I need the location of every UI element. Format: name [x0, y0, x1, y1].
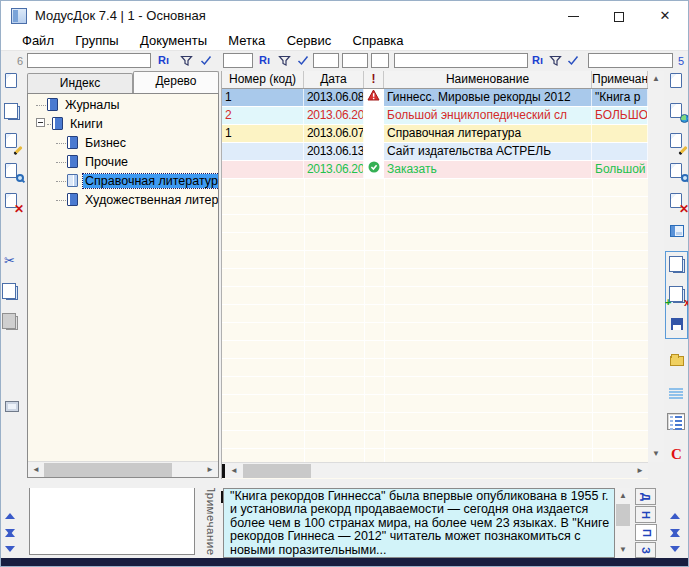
table-row[interactable]: 2013.06.20 Заказать Большой — [222, 161, 648, 179]
col-note[interactable]: Примечание — [592, 71, 648, 88]
maximize-button[interactable] — [596, 1, 642, 31]
edit-group-button[interactable] — [3, 133, 22, 151]
move-top-button[interactable] — [5, 499, 18, 511]
scroll-thumb[interactable] — [616, 504, 630, 526]
copy-document-button[interactable] — [668, 256, 687, 274]
col-number[interactable]: Номер (код) — [222, 71, 304, 88]
paste-folder-button[interactable] — [668, 353, 687, 371]
table-row[interactable]: 2 2013.06.20 Большой энциклопедический с… — [222, 107, 648, 125]
menu-help[interactable]: Справка — [344, 31, 413, 50]
scroll-thumb[interactable] — [44, 463, 172, 477]
document-note-panel: "Книга рекордов Гиннесса" была впервые о… — [221, 488, 663, 558]
col-flag[interactable]: ! — [364, 71, 384, 88]
tree-item-prochie[interactable]: Прочие — [28, 153, 218, 172]
col-name[interactable]: Наименование — [384, 71, 592, 88]
apply-filter-check-icon-2[interactable] — [297, 55, 309, 69]
text-lines-icon[interactable] — [667, 387, 686, 405]
new-document-button[interactable] — [668, 73, 687, 91]
new-group-button[interactable] — [3, 73, 22, 91]
tree-item-biznes[interactable]: Бизнес — [28, 134, 218, 153]
tree-horizontal-scrollbar[interactable]: ◄ ► — [28, 461, 218, 477]
scroll-right-arrow[interactable]: ► — [632, 463, 648, 479]
tab-tree[interactable]: Дерево — [133, 71, 219, 93]
tree-item-hudozhestvennaya[interactable]: Художественная литература — [28, 191, 218, 210]
letter-c-button[interactable]: C — [671, 446, 689, 464]
book-icon — [67, 155, 78, 168]
add-remove-document-button[interactable]: +x — [668, 286, 687, 304]
menu-service[interactable]: Сервис — [278, 31, 341, 50]
export-icon[interactable] — [3, 399, 22, 417]
menu-groups[interactable]: Группы — [66, 31, 127, 50]
note-tab-z[interactable]: З — [635, 542, 656, 558]
scroll-down-arrow[interactable]: ▼ — [648, 446, 664, 462]
document-note-text[interactable]: "Книга рекордов Гиннесса" была впервые о… — [223, 488, 615, 558]
table-vertical-scrollbar[interactable]: ▲ ▼ — [648, 71, 664, 462]
note-vertical-scrollbar[interactable]: ▲ ▼ — [615, 488, 631, 558]
app-icon — [11, 8, 27, 24]
sort-icon-2[interactable]: Rı — [259, 54, 270, 66]
doc-filter-name-input[interactable] — [394, 53, 528, 68]
doc-filter-num-input[interactable] — [313, 53, 339, 68]
cut-icon[interactable]: ✂ — [4, 253, 23, 271]
move-top-button[interactable] — [670, 499, 683, 511]
col-date[interactable]: Дата — [304, 71, 364, 88]
copy-icon[interactable] — [1, 283, 20, 301]
menu-documents[interactable]: Документы — [131, 31, 216, 50]
tree-expander[interactable] — [36, 118, 45, 127]
minimize-button[interactable] — [550, 1, 596, 31]
list-view-button[interactable] — [667, 413, 686, 431]
filter-funnel-icon-3[interactable] — [549, 55, 562, 70]
window-view-button[interactable] — [668, 223, 687, 241]
delete-group-button[interactable]: ✕ — [3, 193, 22, 211]
sort-icon[interactable]: Rı — [158, 54, 169, 66]
apply-filter-check-icon[interactable] — [200, 55, 212, 69]
doc-filter-note-input[interactable] — [588, 53, 673, 68]
group-note-box[interactable] — [29, 484, 195, 555]
table-row[interactable]: 2013.06.13 Сайт издательства АСТРЕЛЬ — [222, 143, 648, 161]
tree-item-spravochnaya[interactable]: Справочная литература — [28, 172, 218, 191]
group-note-label: Примечание — [197, 484, 217, 555]
scroll-up-arrow[interactable]: ▲ — [648, 71, 664, 87]
delete-document-button[interactable]: ✕ — [668, 193, 687, 211]
filter-funnel-icon-2[interactable] — [278, 55, 291, 70]
table-row[interactable]: 1 2013.06.08 Гиннесс. Мировые рекорды 20… — [222, 89, 648, 107]
scroll-left-arrow[interactable]: ◄ — [28, 462, 44, 478]
apply-filter-check-icon-3[interactable] — [567, 55, 579, 69]
tab-index[interactable]: Индекс — [27, 73, 133, 93]
scroll-right-arrow[interactable]: ► — [202, 462, 218, 478]
scroll-thumb[interactable] — [243, 464, 311, 478]
copy-group-button[interactable] — [3, 103, 22, 121]
scroll-left-arrow[interactable]: ◄ — [226, 463, 242, 479]
filter-funnel-icon[interactable] — [180, 55, 193, 70]
move-up-button[interactable] — [670, 517, 683, 529]
table-header: Номер (код) Дата ! Наименование Примечан… — [222, 71, 648, 89]
menu-label[interactable]: Метка — [219, 31, 274, 50]
save-document-button[interactable] — [668, 316, 687, 334]
doc-filter-flag-input[interactable] — [371, 53, 389, 68]
doc-filter-date-input[interactable] — [342, 53, 368, 68]
scroll-grip[interactable] — [222, 464, 225, 478]
note-tab-n[interactable]: Н — [635, 506, 656, 523]
ok-icon — [368, 161, 380, 178]
group-filter-input[interactable] — [27, 53, 151, 68]
internet-document-button[interactable] — [668, 103, 687, 121]
note-tab-d[interactable]: Д — [635, 488, 656, 505]
menu-file[interactable]: Файл — [13, 31, 63, 50]
sort-icon-3[interactable]: Rı — [532, 54, 543, 66]
scroll-up-arrow[interactable]: ▲ — [615, 488, 631, 504]
paste-icon[interactable] — [1, 313, 20, 331]
tree-item-knigi[interactable]: Книги — [28, 115, 218, 134]
edit-document-button[interactable] — [668, 133, 687, 151]
note-tab-p[interactable]: П — [635, 524, 657, 541]
table-horizontal-scrollbar[interactable]: ◄ ► — [222, 462, 648, 478]
scroll-down-arrow[interactable]: ▼ — [615, 542, 631, 558]
tree-item-zhurnaly[interactable]: Журналы — [28, 96, 218, 115]
group-filter-input-2[interactable] — [223, 53, 253, 68]
move-up-button[interactable] — [5, 517, 18, 529]
filter-bar: 6 Rı Rı Rı 5 — [1, 51, 688, 71]
close-button[interactable]: ✕ — [642, 1, 688, 31]
table-row[interactable]: 1 2013.06.07 Справочная литература — [222, 125, 648, 143]
view-group-button[interactable] — [3, 163, 22, 181]
view-document-button[interactable] — [668, 163, 687, 181]
minimize-icon — [568, 16, 579, 17]
